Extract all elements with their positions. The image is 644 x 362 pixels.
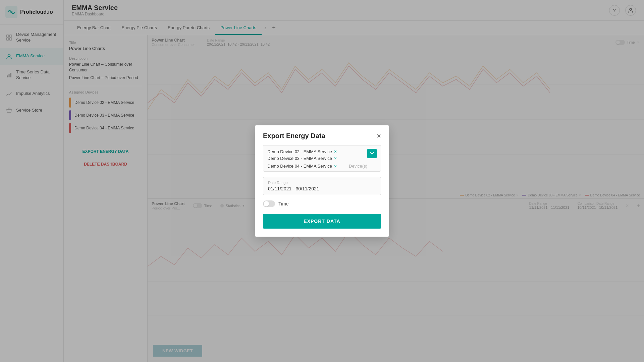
- device-tag-label-04: Demo Device 04 - EMMA Service: [267, 164, 332, 169]
- device-tag-row-04: Demo Device 04 - EMMA Service × Device(s…: [267, 162, 367, 170]
- time-toggle-row: Time: [263, 200, 381, 207]
- modal-overlay[interactable]: Export Energy Data × Demo Device 02 - EM…: [0, 0, 644, 362]
- device-tag-label-03: Demo Device 03 - EMMA Service: [267, 156, 332, 161]
- modal-close-button[interactable]: ×: [377, 132, 381, 140]
- date-range-field[interactable]: Date Range 01/11/2021 - 30/11/2021: [263, 177, 381, 195]
- device-tag-04: Demo Device 04 - EMMA Service ×: [267, 164, 337, 169]
- time-toggle-label: Time: [278, 201, 289, 206]
- device-tag-label-02: Demo Device 02 - EMMA Service: [267, 149, 332, 154]
- device-tag-remove-02[interactable]: ×: [334, 149, 337, 154]
- device-tags: Demo Device 02 - EMMA Service × Demo Dev…: [267, 149, 367, 170]
- export-data-button[interactable]: EXPORT DATA: [263, 214, 381, 229]
- device-tag-remove-03[interactable]: ×: [334, 156, 337, 161]
- device-dropdown-button[interactable]: [367, 149, 377, 158]
- device-tag-remove-04[interactable]: ×: [334, 164, 337, 169]
- device-tag-row-02: Demo Device 02 - EMMA Service ×: [267, 149, 367, 154]
- export-modal: Export Energy Data × Demo Device 02 - EM…: [255, 125, 389, 237]
- date-range-value: 01/11/2021 - 30/11/2021: [268, 186, 376, 191]
- device-tag-row-03: Demo Device 03 - EMMA Service ×: [267, 156, 367, 161]
- modal-title: Export Energy Data: [263, 132, 325, 140]
- time-toggle[interactable]: [263, 200, 275, 207]
- date-range-label: Date Range: [268, 181, 376, 185]
- modal-header: Export Energy Data ×: [255, 125, 389, 145]
- device-placeholder: Device(s): [349, 162, 367, 170]
- modal-body: Demo Device 02 - EMMA Service × Demo Dev…: [255, 145, 389, 237]
- device-tag-03: Demo Device 03 - EMMA Service ×: [267, 156, 337, 161]
- device-tag-02: Demo Device 02 - EMMA Service ×: [267, 149, 337, 154]
- toggle-thumb: [264, 201, 269, 206]
- device-selector: Demo Device 02 - EMMA Service × Demo Dev…: [263, 145, 381, 172]
